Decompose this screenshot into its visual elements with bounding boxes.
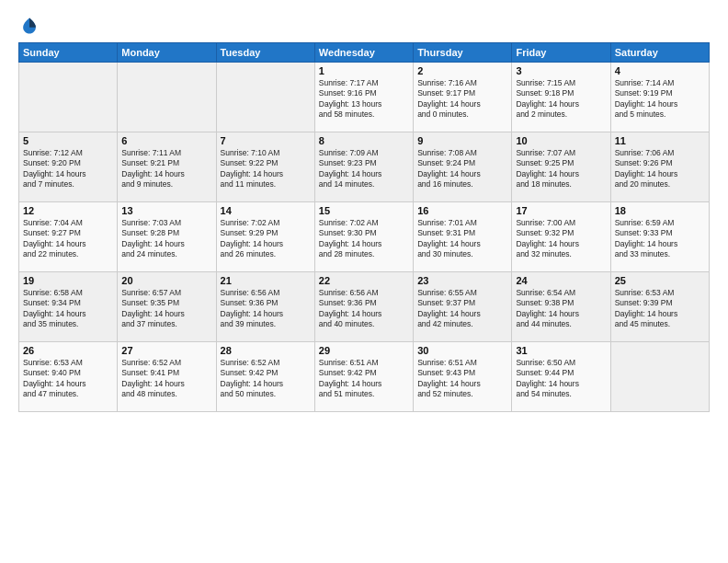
day-number: 15 xyxy=(319,205,409,216)
day-info: Sunrise: 7:03 AMSunset: 9:28 PMDaylight:… xyxy=(121,218,211,260)
weekday-header-sunday: Sunday xyxy=(19,43,118,63)
day-cell: 16Sunrise: 7:01 AMSunset: 9:31 PMDayligh… xyxy=(414,202,512,272)
day-info: Sunrise: 7:08 AMSunset: 9:24 PMDaylight:… xyxy=(417,148,507,190)
day-info: Sunrise: 7:17 AMSunset: 9:16 PMDaylight:… xyxy=(319,78,409,121)
day-info: Sunrise: 6:51 AMSunset: 9:43 PMDaylight:… xyxy=(417,358,507,400)
day-number: 18 xyxy=(615,205,705,216)
day-number: 3 xyxy=(516,65,606,76)
day-info: Sunrise: 7:12 AMSunset: 9:20 PMDaylight:… xyxy=(23,148,113,190)
day-info: Sunrise: 6:52 AMSunset: 9:41 PMDaylight:… xyxy=(121,358,211,400)
day-number: 30 xyxy=(417,345,507,356)
day-info: Sunrise: 7:10 AMSunset: 9:22 PMDaylight:… xyxy=(221,148,311,190)
day-info: Sunrise: 7:06 AMSunset: 9:26 PMDaylight:… xyxy=(615,148,705,190)
weekday-header-tuesday: Tuesday xyxy=(216,43,314,63)
day-number: 23 xyxy=(417,275,507,286)
day-number: 10 xyxy=(516,135,606,146)
day-cell xyxy=(610,342,709,412)
day-number: 26 xyxy=(23,345,113,356)
day-number: 7 xyxy=(221,135,311,146)
day-number: 13 xyxy=(121,205,211,216)
day-number: 24 xyxy=(516,275,606,286)
day-info: Sunrise: 6:53 AMSunset: 9:40 PMDaylight:… xyxy=(23,358,113,400)
day-info: Sunrise: 7:04 AMSunset: 9:27 PMDaylight:… xyxy=(23,218,113,260)
day-info: Sunrise: 6:56 AMSunset: 9:36 PMDaylight:… xyxy=(221,288,311,330)
day-cell: 11Sunrise: 7:06 AMSunset: 9:26 PMDayligh… xyxy=(610,132,709,202)
day-number: 22 xyxy=(319,275,409,286)
day-info: Sunrise: 6:51 AMSunset: 9:42 PMDaylight:… xyxy=(319,358,409,400)
day-info: Sunrise: 6:59 AMSunset: 9:33 PMDaylight:… xyxy=(615,218,705,260)
day-cell xyxy=(216,63,314,132)
calendar-table: SundayMondayTuesdayWednesdayThursdayFrid… xyxy=(18,42,710,412)
day-info: Sunrise: 7:07 AMSunset: 9:25 PMDaylight:… xyxy=(516,148,606,190)
day-number: 29 xyxy=(319,345,409,356)
week-row-2: 5Sunrise: 7:12 AMSunset: 9:20 PMDaylight… xyxy=(19,132,710,202)
day-cell: 1Sunrise: 7:17 AMSunset: 9:16 PMDaylight… xyxy=(314,63,413,132)
day-cell: 8Sunrise: 7:09 AMSunset: 9:23 PMDaylight… xyxy=(314,132,413,202)
day-cell xyxy=(118,63,216,132)
day-number: 14 xyxy=(221,205,311,216)
day-cell: 12Sunrise: 7:04 AMSunset: 9:27 PMDayligh… xyxy=(19,202,118,272)
day-info: Sunrise: 6:57 AMSunset: 9:35 PMDaylight:… xyxy=(121,288,211,330)
day-info: Sunrise: 7:11 AMSunset: 9:21 PMDaylight:… xyxy=(121,148,211,190)
day-cell: 5Sunrise: 7:12 AMSunset: 9:20 PMDaylight… xyxy=(19,132,118,202)
day-number: 8 xyxy=(319,135,409,146)
day-cell: 9Sunrise: 7:08 AMSunset: 9:24 PMDaylight… xyxy=(414,132,512,202)
day-cell: 27Sunrise: 6:52 AMSunset: 9:41 PMDayligh… xyxy=(118,342,216,412)
day-number: 25 xyxy=(615,275,705,286)
day-cell: 26Sunrise: 6:53 AMSunset: 9:40 PMDayligh… xyxy=(19,342,118,412)
day-cell: 20Sunrise: 6:57 AMSunset: 9:35 PMDayligh… xyxy=(118,272,216,342)
day-number: 28 xyxy=(221,345,311,356)
day-cell xyxy=(19,63,118,132)
calendar-body: 1Sunrise: 7:17 AMSunset: 9:16 PMDaylight… xyxy=(19,63,710,412)
day-number: 5 xyxy=(23,135,113,146)
day-info: Sunrise: 7:02 AMSunset: 9:30 PMDaylight:… xyxy=(319,218,409,260)
week-row-4: 19Sunrise: 6:58 AMSunset: 9:34 PMDayligh… xyxy=(19,272,710,342)
day-number: 21 xyxy=(221,275,311,286)
day-number: 16 xyxy=(417,205,507,216)
page-header xyxy=(18,15,710,37)
day-cell: 14Sunrise: 7:02 AMSunset: 9:29 PMDayligh… xyxy=(216,202,314,272)
day-cell: 2Sunrise: 7:16 AMSunset: 9:17 PMDaylight… xyxy=(414,63,512,132)
day-cell: 4Sunrise: 7:14 AMSunset: 9:19 PMDaylight… xyxy=(610,63,709,132)
day-cell: 30Sunrise: 6:51 AMSunset: 9:43 PMDayligh… xyxy=(414,342,512,412)
day-info: Sunrise: 6:56 AMSunset: 9:36 PMDaylight:… xyxy=(319,288,409,330)
day-info: Sunrise: 7:01 AMSunset: 9:31 PMDaylight:… xyxy=(417,218,507,260)
day-info: Sunrise: 7:09 AMSunset: 9:23 PMDaylight:… xyxy=(319,148,409,190)
day-info: Sunrise: 6:54 AMSunset: 9:38 PMDaylight:… xyxy=(516,288,606,330)
day-cell: 18Sunrise: 6:59 AMSunset: 9:33 PMDayligh… xyxy=(610,202,709,272)
weekday-header-thursday: Thursday xyxy=(414,43,512,63)
weekday-header-row: SundayMondayTuesdayWednesdayThursdayFrid… xyxy=(19,43,710,63)
weekday-header-monday: Monday xyxy=(118,43,216,63)
day-number: 1 xyxy=(319,65,409,76)
day-number: 11 xyxy=(615,135,705,146)
day-cell: 22Sunrise: 6:56 AMSunset: 9:36 PMDayligh… xyxy=(314,272,413,342)
day-info: Sunrise: 6:50 AMSunset: 9:44 PMDaylight:… xyxy=(516,358,606,400)
day-cell: 10Sunrise: 7:07 AMSunset: 9:25 PMDayligh… xyxy=(512,132,610,202)
day-number: 12 xyxy=(23,205,113,216)
day-cell: 6Sunrise: 7:11 AMSunset: 9:21 PMDaylight… xyxy=(118,132,216,202)
day-number: 17 xyxy=(516,205,606,216)
day-number: 9 xyxy=(417,135,507,146)
week-row-1: 1Sunrise: 7:17 AMSunset: 9:16 PMDaylight… xyxy=(19,63,710,132)
logo-icon xyxy=(18,15,40,37)
weekday-header-saturday: Saturday xyxy=(610,43,709,63)
day-cell: 28Sunrise: 6:52 AMSunset: 9:42 PMDayligh… xyxy=(216,342,314,412)
day-info: Sunrise: 7:02 AMSunset: 9:29 PMDaylight:… xyxy=(221,218,311,260)
week-row-5: 26Sunrise: 6:53 AMSunset: 9:40 PMDayligh… xyxy=(19,342,710,412)
logo xyxy=(18,15,43,37)
day-cell: 23Sunrise: 6:55 AMSunset: 9:37 PMDayligh… xyxy=(414,272,512,342)
week-row-3: 12Sunrise: 7:04 AMSunset: 9:27 PMDayligh… xyxy=(19,202,710,272)
day-cell: 25Sunrise: 6:53 AMSunset: 9:39 PMDayligh… xyxy=(610,272,709,342)
day-cell: 7Sunrise: 7:10 AMSunset: 9:22 PMDaylight… xyxy=(216,132,314,202)
day-cell: 24Sunrise: 6:54 AMSunset: 9:38 PMDayligh… xyxy=(512,272,610,342)
day-cell: 3Sunrise: 7:15 AMSunset: 9:18 PMDaylight… xyxy=(512,63,610,132)
day-cell: 29Sunrise: 6:51 AMSunset: 9:42 PMDayligh… xyxy=(314,342,413,412)
day-info: Sunrise: 6:58 AMSunset: 9:34 PMDaylight:… xyxy=(23,288,113,330)
day-number: 31 xyxy=(516,345,606,356)
day-cell: 21Sunrise: 6:56 AMSunset: 9:36 PMDayligh… xyxy=(216,272,314,342)
day-number: 20 xyxy=(121,275,211,286)
day-info: Sunrise: 7:15 AMSunset: 9:18 PMDaylight:… xyxy=(516,78,606,121)
day-cell: 19Sunrise: 6:58 AMSunset: 9:34 PMDayligh… xyxy=(19,272,118,342)
day-info: Sunrise: 6:55 AMSunset: 9:37 PMDaylight:… xyxy=(417,288,507,330)
day-number: 19 xyxy=(23,275,113,286)
